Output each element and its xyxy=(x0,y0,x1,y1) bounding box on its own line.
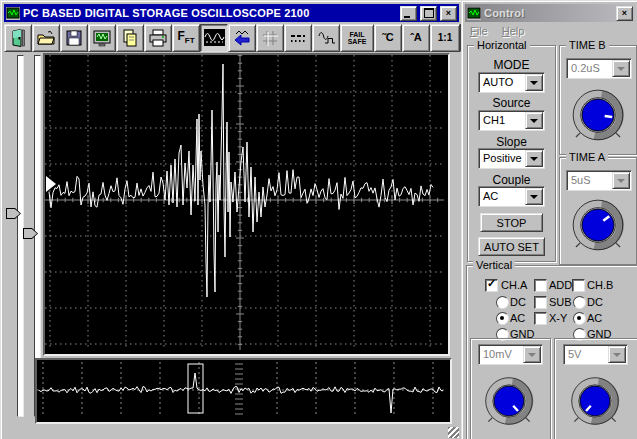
chevron-down-icon xyxy=(617,179,625,187)
source-label: Source xyxy=(468,96,555,110)
cha-checkbox[interactable] xyxy=(485,279,498,292)
grid-icon xyxy=(261,29,279,47)
print-button[interactable] xyxy=(144,24,172,52)
chevron-down-icon xyxy=(530,81,538,89)
close-button[interactable]: × xyxy=(440,6,457,21)
time-a-value: 5uS xyxy=(567,171,611,190)
chb-range-combobox[interactable]: 5V xyxy=(563,344,628,365)
capture-button[interactable] xyxy=(88,24,116,52)
save-button[interactable] xyxy=(60,24,88,52)
chevron-down-icon xyxy=(617,67,625,75)
chevron-down-icon xyxy=(528,353,536,361)
cha-range-frame: 10mV xyxy=(470,338,551,439)
minimize-button[interactable] xyxy=(400,6,417,21)
waveform-display-button[interactable] xyxy=(200,24,228,52)
exit-button[interactable] xyxy=(4,24,32,52)
source-dropdown-button[interactable] xyxy=(525,112,543,129)
minimize-icon xyxy=(404,16,410,18)
mode-combobox[interactable]: AUTO xyxy=(478,72,545,93)
printer-icon xyxy=(148,28,168,48)
open-button[interactable] xyxy=(32,24,60,52)
couple-combobox[interactable]: AC xyxy=(478,186,545,207)
time-b-knob[interactable] xyxy=(566,83,630,149)
chevron-down-icon xyxy=(530,119,538,127)
interpolation-button[interactable] xyxy=(312,24,340,52)
source-combobox[interactable]: CH1 xyxy=(478,110,545,131)
control-window-title: Control xyxy=(484,7,613,19)
chb-range-value: 5V xyxy=(564,345,607,364)
add-checkbox[interactable] xyxy=(534,279,547,292)
dots-line-button[interactable] xyxy=(284,24,312,52)
chb-volts-knob[interactable] xyxy=(565,371,625,433)
xy-checkbox[interactable] xyxy=(534,312,547,325)
probe-1to1-label: 1:1 xyxy=(438,33,452,43)
resize-grip[interactable] xyxy=(448,427,459,438)
chb-position-slider-thumb[interactable] xyxy=(23,228,38,239)
time-a-dropdown-button[interactable] xyxy=(612,172,630,189)
overview-display-svg xyxy=(37,360,446,418)
sub-checkbox[interactable] xyxy=(534,296,547,309)
failsafe-label-2: SAFE xyxy=(348,38,367,45)
control-close-icon: × xyxy=(622,9,627,18)
control-close-button[interactable]: × xyxy=(616,6,633,21)
couple-dropdown-button[interactable] xyxy=(525,188,543,205)
cha-range-combobox[interactable]: 10mV xyxy=(478,344,543,365)
calibrate-c-button[interactable]: ˜C xyxy=(374,24,402,52)
mode-dropdown-button[interactable] xyxy=(525,74,543,91)
save-floppy-icon xyxy=(64,28,84,48)
vertical-group-label: Vertical xyxy=(473,259,515,272)
cha-dc-radio[interactable] xyxy=(496,296,509,309)
main-display-svg xyxy=(45,55,444,350)
copy-pages-icon xyxy=(120,28,140,48)
stop-button[interactable]: STOP xyxy=(480,213,543,232)
recall-button[interactable] xyxy=(228,24,256,52)
time-a-knob[interactable] xyxy=(566,193,630,259)
chb-checkbox[interactable] xyxy=(572,279,585,292)
slope-dropdown-button[interactable] xyxy=(525,150,543,167)
maximize-button[interactable] xyxy=(420,6,437,21)
chb-ac-label: AC xyxy=(587,312,602,324)
vertical-group: Vertical CH.A ADD CH.B DC SUB DC AC X-Y … xyxy=(466,265,637,439)
fft-button[interactable]: FFT xyxy=(172,24,200,52)
time-b-combobox[interactable]: 0.2uS xyxy=(566,58,632,79)
sine-square-icon xyxy=(317,29,335,46)
control-window: Control × File Help Horizontal MODE AUTO… xyxy=(461,0,637,439)
cha-position-slider-thumb[interactable] xyxy=(6,208,21,219)
cha-ac-radio[interactable] xyxy=(496,312,509,325)
mode-label: MODE xyxy=(468,58,555,72)
calibrate-a-button[interactable]: ˆA xyxy=(402,24,430,52)
time-b-value: 0.2uS xyxy=(567,59,611,78)
chb-ac-radio[interactable] xyxy=(573,312,586,325)
failsafe-label-1: FAIL xyxy=(349,31,364,38)
main-titlebar[interactable]: PC BASED DIGITAL STORAGE OSCILLOSCOPE 21… xyxy=(4,4,459,22)
grid-button[interactable] xyxy=(256,24,284,52)
calibrate-a-label: ˆA xyxy=(410,32,422,43)
failsafe-button[interactable]: FAIL SAFE xyxy=(340,24,374,52)
slope-combobox[interactable]: Positive xyxy=(478,148,545,169)
cha-range-dropdown-button[interactable] xyxy=(523,346,541,363)
control-menubar: File Help xyxy=(466,23,634,39)
horizontal-group: Horizontal MODE AUTO Source CH1 Slope Po… xyxy=(467,45,556,262)
time-b-group-label: TIME B xyxy=(566,39,609,52)
chb-range-dropdown-button[interactable] xyxy=(608,346,626,363)
time-b-dropdown-button[interactable] xyxy=(612,60,630,77)
cha-range-value: 10mV xyxy=(479,345,522,364)
toolbar: FFT xyxy=(4,23,459,52)
mode-value: AUTO xyxy=(479,73,524,92)
chb-dc-radio[interactable] xyxy=(573,296,586,309)
horizontal-group-label: Horizontal xyxy=(474,39,530,52)
probe-1to1-button[interactable]: 1:1 xyxy=(430,24,460,52)
chevron-down-icon xyxy=(530,157,538,165)
cha-checkbox-label: CH.A xyxy=(501,279,527,291)
blue-arrow-wave-icon xyxy=(232,29,252,47)
menu-file[interactable]: File xyxy=(470,25,488,37)
time-a-combobox[interactable]: 5uS xyxy=(566,170,632,191)
autoset-button[interactable]: AUTO SET xyxy=(478,237,545,256)
cha-volts-knob[interactable] xyxy=(479,371,539,433)
autoset-button-label: AUTO SET xyxy=(484,241,539,253)
chevron-down-icon xyxy=(530,195,538,203)
main-display xyxy=(43,53,450,356)
copy-button[interactable] xyxy=(116,24,144,52)
control-titlebar[interactable]: Control × xyxy=(465,4,635,22)
menu-help[interactable]: Help xyxy=(502,25,525,37)
